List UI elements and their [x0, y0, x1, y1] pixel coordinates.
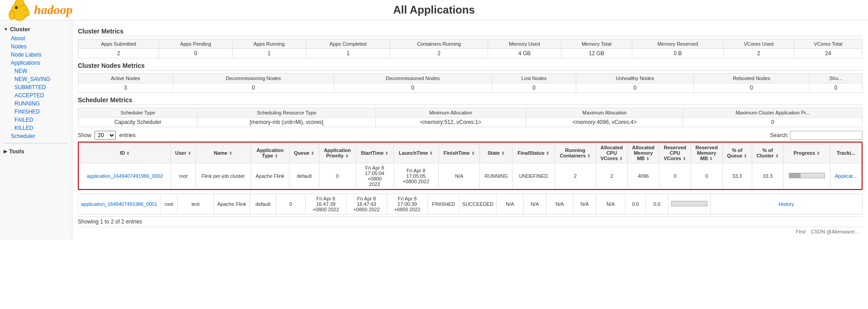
footer-bar: First CSDN @Alienware/... [78, 227, 863, 236]
sort-launch-icon: ⇕ [429, 151, 433, 156]
table-row: application_1649407491986_0001 root test… [78, 194, 863, 214]
td-progress-1 [783, 163, 830, 189]
sidebar-accepted-link[interactable]: ACCEPTED [11, 91, 68, 100]
td-name-2: test [177, 194, 213, 214]
th-pct-cluster[interactable]: % ofCluster ⇕ [752, 143, 783, 163]
th-tracking[interactable]: Tracki... [830, 143, 862, 163]
th-state[interactable]: State ⇕ [480, 143, 512, 163]
td-launch-1: Fri Apr 817:05:05+0800 2022 [394, 163, 438, 189]
tracking-link-1[interactable]: Applicat... [835, 173, 857, 179]
td-finalstatus-1: UNDEFINED [512, 163, 555, 189]
val-apps-submitted: 2 [78, 49, 159, 58]
footer-brand: CSDN @Alienware/... [811, 229, 859, 234]
th-progress[interactable]: Progress ⇕ [783, 143, 830, 163]
th-pct-queue[interactable]: % ofQueue ⇕ [722, 143, 752, 163]
sidebar-killed-link[interactable]: KILLED [11, 124, 68, 132]
sidebar-about-link[interactable]: About [7, 34, 68, 43]
td-amem-2: N/A [546, 194, 573, 214]
val-scheduling-resource-type: [memory-mb (unit=Mi), vcores] [198, 118, 375, 127]
th-start-time[interactable]: StartTime ⇕ [356, 143, 394, 163]
td-name-1: Flink per-job cluster [195, 163, 251, 189]
col-min-allocation: Minimum Allocation [375, 108, 526, 118]
logo-text: hadoop [34, 3, 73, 17]
app-id-link-1[interactable]: application_1649407491986_0002 [87, 173, 163, 179]
th-name[interactable]: Name ⇕ [195, 143, 251, 163]
app-id-link-2[interactable]: application_1649407491986_0001 [81, 201, 157, 207]
sidebar-submitted-link[interactable]: SUBMITTED [11, 83, 68, 91]
val-memory-reserved: 0 B [632, 49, 723, 58]
col-decommissioning-nodes: Decommissioning Nodes [173, 74, 334, 83]
sidebar-new-saving-link[interactable]: NEW_SAVING [11, 75, 68, 83]
th-app-type[interactable]: ApplicationType ⇕ [251, 143, 289, 163]
search-input[interactable] [790, 131, 863, 140]
table-row: application_1649407491986_0002 root Flin… [79, 163, 862, 189]
td-rc-2: N/A [496, 194, 523, 214]
col-max-allocation: Maximum Allocation [526, 108, 683, 118]
val-apps-completed: 1 [306, 49, 390, 58]
sort-amem-icon: ⇕ [646, 157, 650, 161]
sidebar-nodes-link[interactable]: Nodes [7, 43, 68, 51]
td-finalstatus-2: SUCCEEDED [459, 194, 496, 214]
cluster-metrics-title: Cluster Metrics [78, 28, 863, 36]
th-launch-time[interactable]: LaunchTime ⇕ [394, 143, 438, 163]
td-resmem-2: N/A [596, 194, 625, 214]
svg-point-1 [9, 10, 14, 19]
val-vcores-used: 2 [723, 49, 794, 58]
val-active-nodes: 3 [78, 83, 173, 93]
sidebar-scheduler-link[interactable]: Scheduler [7, 132, 68, 140]
sidebar-finished-link[interactable]: FINISHED [11, 108, 68, 116]
val-lost-nodes: 0 [492, 83, 576, 93]
td-launch-2: Fri Apr 816:47:43+0800 2022 [346, 194, 387, 214]
th-final-status[interactable]: FinalStatus ⇕ [512, 143, 555, 163]
sidebar-running-link[interactable]: RUNNING [11, 100, 68, 108]
search-area: Search: [770, 131, 863, 140]
cluster-nodes-metrics-title: Cluster Nodes Metrics [78, 62, 863, 71]
sidebar-failed-link[interactable]: FAILED [11, 116, 68, 124]
col-apps-submitted: Apps Submitted [78, 39, 159, 49]
th-alloc-mem[interactable]: AllocatedMemoryMB ⇕ [627, 143, 659, 163]
th-user[interactable]: User ⇕ [171, 143, 195, 163]
th-finish-time[interactable]: FinishTime ⇕ [438, 143, 480, 163]
cluster-arrow-icon: ▼ [4, 27, 8, 32]
col-containers-running: Containers Running [390, 39, 488, 49]
tools-label: Tools [9, 148, 24, 155]
td-user-2: root [160, 194, 177, 214]
tools-arrow-icon: ▶ [4, 149, 7, 154]
sidebar-node-labels-link[interactable]: Node Labels [7, 51, 68, 59]
th-id[interactable]: ID ⇕ [79, 143, 171, 163]
th-priority[interactable]: ApplicationPriority ⇕ [319, 143, 356, 163]
col-vcores-used: VCores Used [723, 39, 794, 49]
tools-section[interactable]: ▶ Tools [4, 146, 68, 157]
show-select[interactable]: 20 50 100 [95, 131, 116, 140]
td-queue-2: default [250, 194, 276, 214]
sidebar-divider [4, 143, 68, 143]
sort-id-icon: ⇕ [126, 151, 130, 156]
pagination-first[interactable]: First [796, 229, 805, 234]
sort-pq-icon: ⇕ [744, 154, 747, 158]
td-finish-1: N/A [438, 163, 480, 189]
sidebar-applications-link[interactable]: Applications [7, 59, 68, 67]
td-priority-1: 0 [319, 163, 356, 189]
th-reserved-mem[interactable]: ReservedMemoryMB ⇕ [691, 143, 722, 163]
sidebar: ▼ Cluster About Nodes Node Labels Applic… [0, 20, 72, 240]
val-memory-used: 4 GB [488, 49, 561, 58]
col-memory-reserved: Memory Reserved [632, 39, 723, 49]
val-vcores-total: 24 [794, 49, 862, 58]
progress-bar-2 [671, 201, 707, 206]
col-active-nodes: Active Nodes [78, 74, 173, 83]
col-scheduler-type: Scheduler Type [78, 108, 198, 118]
th-running-containers[interactable]: RunningContainers ⇕ [555, 143, 596, 163]
th-reserved-cpu[interactable]: ReservedCPUVCores ⇕ [659, 143, 691, 163]
finished-app-table: application_1649407491986_0001 root test… [78, 194, 863, 214]
col-decommissioned-nodes: Decommissioned Nodes [334, 74, 492, 83]
th-alloc-cpu[interactable]: AllocatedCPUVCores ⇕ [596, 143, 627, 163]
col-max-cluster-app: Maximum Cluster Application Pr... [683, 108, 862, 118]
td-state-2: FINISHED [427, 194, 459, 214]
tracking-link-2[interactable]: History [778, 201, 794, 207]
sort-rmem-icon: ⇕ [709, 157, 713, 161]
sidebar-new-link[interactable]: NEW [11, 67, 68, 75]
cluster-metrics-table: Apps Submitted Apps Pending Apps Running… [78, 39, 863, 58]
cluster-section[interactable]: ▼ Cluster [4, 24, 68, 34]
td-finish-2: Fri Apr 817:00:39+0800 2022 [387, 194, 427, 214]
th-queue[interactable]: Queue ⇕ [289, 143, 319, 163]
